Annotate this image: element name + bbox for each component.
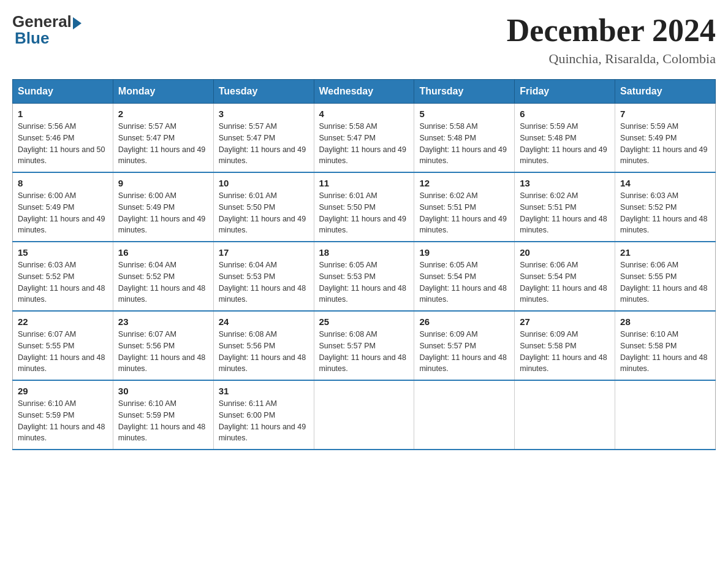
day-number: 28	[620, 316, 710, 327]
day-number: 27	[520, 316, 610, 327]
header-cell-thursday: Thursday	[414, 80, 515, 104]
day-info: Sunrise: 6:10 AMSunset: 5:59 PMDaylight:…	[118, 399, 205, 442]
header-cell-monday: Monday	[113, 80, 213, 104]
day-number: 12	[419, 178, 509, 188]
day-info: Sunrise: 6:10 AMSunset: 5:58 PMDaylight:…	[620, 330, 707, 373]
logo-arrow-icon	[73, 17, 82, 29]
day-cell: 25 Sunrise: 6:08 AMSunset: 5:57 PMDaylig…	[314, 311, 414, 380]
day-info: Sunrise: 6:04 AMSunset: 5:52 PMDaylight:…	[118, 261, 205, 304]
day-info: Sunrise: 6:08 AMSunset: 5:57 PMDaylight:…	[319, 330, 406, 373]
day-cell: 15 Sunrise: 6:03 AMSunset: 5:52 PMDaylig…	[13, 242, 113, 311]
header-cell-friday: Friday	[515, 80, 615, 104]
day-number: 3	[219, 109, 309, 119]
day-cell	[414, 380, 515, 450]
day-number: 1	[18, 109, 108, 119]
day-info: Sunrise: 6:11 AMSunset: 6:00 PMDaylight:…	[219, 399, 306, 442]
day-info: Sunrise: 6:07 AMSunset: 5:55 PMDaylight:…	[18, 330, 105, 373]
day-info: Sunrise: 6:03 AMSunset: 5:52 PMDaylight:…	[620, 191, 707, 234]
day-number: 2	[118, 109, 208, 119]
day-info: Sunrise: 6:02 AMSunset: 5:51 PMDaylight:…	[419, 191, 506, 234]
day-number: 4	[319, 109, 409, 119]
day-cell: 23 Sunrise: 6:07 AMSunset: 5:56 PMDaylig…	[113, 311, 213, 380]
day-cell: 24 Sunrise: 6:08 AMSunset: 5:56 PMDaylig…	[213, 311, 314, 380]
day-cell: 7 Sunrise: 5:59 AMSunset: 5:49 PMDayligh…	[615, 104, 716, 173]
week-row-1: 1 Sunrise: 5:56 AMSunset: 5:46 PMDayligh…	[13, 104, 716, 173]
day-number: 13	[520, 178, 610, 188]
day-cell: 16 Sunrise: 6:04 AMSunset: 5:52 PMDaylig…	[113, 242, 213, 311]
day-number: 29	[18, 386, 108, 396]
page-header: General Blue December 2024 Quinchia, Ris…	[12, 12, 716, 67]
day-number: 31	[219, 386, 309, 396]
day-cell: 1 Sunrise: 5:56 AMSunset: 5:46 PMDayligh…	[13, 104, 113, 173]
day-cell: 22 Sunrise: 6:07 AMSunset: 5:55 PMDaylig…	[13, 311, 113, 380]
day-cell: 30 Sunrise: 6:10 AMSunset: 5:59 PMDaylig…	[113, 380, 213, 450]
day-number: 16	[118, 247, 208, 258]
day-number: 26	[419, 316, 509, 327]
day-cell: 13 Sunrise: 6:02 AMSunset: 5:51 PMDaylig…	[515, 172, 615, 242]
day-number: 14	[620, 178, 710, 188]
calendar-body: 1 Sunrise: 5:56 AMSunset: 5:46 PMDayligh…	[13, 104, 716, 450]
day-info: Sunrise: 6:08 AMSunset: 5:56 PMDaylight:…	[219, 330, 306, 373]
calendar-header: SundayMondayTuesdayWednesdayThursdayFrid…	[13, 80, 716, 104]
day-info: Sunrise: 5:57 AMSunset: 5:47 PMDaylight:…	[118, 122, 205, 165]
day-cell: 3 Sunrise: 5:57 AMSunset: 5:47 PMDayligh…	[213, 104, 314, 173]
day-number: 8	[18, 178, 108, 188]
day-cell: 20 Sunrise: 6:06 AMSunset: 5:54 PMDaylig…	[515, 242, 615, 311]
day-info: Sunrise: 6:05 AMSunset: 5:54 PMDaylight:…	[419, 261, 506, 304]
day-number: 7	[620, 109, 710, 119]
day-number: 23	[118, 316, 208, 327]
day-cell	[615, 380, 716, 450]
week-row-5: 29 Sunrise: 6:10 AMSunset: 5:59 PMDaylig…	[13, 380, 716, 450]
header-cell-wednesday: Wednesday	[314, 80, 414, 104]
day-cell: 27 Sunrise: 6:09 AMSunset: 5:58 PMDaylig…	[515, 311, 615, 380]
day-cell: 19 Sunrise: 6:05 AMSunset: 5:54 PMDaylig…	[414, 242, 515, 311]
day-info: Sunrise: 5:57 AMSunset: 5:47 PMDaylight:…	[219, 122, 306, 165]
day-cell: 29 Sunrise: 6:10 AMSunset: 5:59 PMDaylig…	[13, 380, 113, 450]
day-number: 22	[18, 316, 108, 327]
day-cell: 31 Sunrise: 6:11 AMSunset: 6:00 PMDaylig…	[213, 380, 314, 450]
logo: General Blue	[12, 12, 82, 48]
week-row-2: 8 Sunrise: 6:00 AMSunset: 5:49 PMDayligh…	[13, 172, 716, 242]
header-cell-saturday: Saturday	[615, 80, 716, 104]
day-info: Sunrise: 5:58 AMSunset: 5:47 PMDaylight:…	[319, 122, 406, 165]
header-cell-tuesday: Tuesday	[213, 80, 314, 104]
day-info: Sunrise: 5:59 AMSunset: 5:49 PMDaylight:…	[620, 122, 707, 165]
day-number: 6	[520, 109, 610, 119]
day-cell: 28 Sunrise: 6:10 AMSunset: 5:58 PMDaylig…	[615, 311, 716, 380]
day-cell: 5 Sunrise: 5:58 AMSunset: 5:48 PMDayligh…	[414, 104, 515, 173]
day-number: 19	[419, 247, 509, 258]
calendar-table: SundayMondayTuesdayWednesdayThursdayFrid…	[12, 79, 716, 450]
week-row-3: 15 Sunrise: 6:03 AMSunset: 5:52 PMDaylig…	[13, 242, 716, 311]
day-cell: 4 Sunrise: 5:58 AMSunset: 5:47 PMDayligh…	[314, 104, 414, 173]
day-number: 11	[319, 178, 409, 188]
calendar-title: December 2024	[507, 12, 716, 48]
day-number: 15	[18, 247, 108, 258]
day-info: Sunrise: 6:06 AMSunset: 5:55 PMDaylight:…	[620, 261, 707, 304]
day-info: Sunrise: 6:04 AMSunset: 5:53 PMDaylight:…	[219, 261, 306, 304]
logo-blue-text: Blue	[15, 29, 49, 48]
day-cell: 14 Sunrise: 6:03 AMSunset: 5:52 PMDaylig…	[615, 172, 716, 242]
day-cell: 11 Sunrise: 6:01 AMSunset: 5:50 PMDaylig…	[314, 172, 414, 242]
day-number: 24	[219, 316, 309, 327]
header-cell-sunday: Sunday	[13, 80, 113, 104]
day-info: Sunrise: 5:56 AMSunset: 5:46 PMDaylight:…	[18, 122, 105, 165]
day-cell: 6 Sunrise: 5:59 AMSunset: 5:48 PMDayligh…	[515, 104, 615, 173]
day-number: 9	[118, 178, 208, 188]
day-cell	[314, 380, 414, 450]
day-number: 5	[419, 109, 509, 119]
day-number: 20	[520, 247, 610, 258]
day-cell: 8 Sunrise: 6:00 AMSunset: 5:49 PMDayligh…	[13, 172, 113, 242]
day-cell: 17 Sunrise: 6:04 AMSunset: 5:53 PMDaylig…	[213, 242, 314, 311]
day-info: Sunrise: 6:01 AMSunset: 5:50 PMDaylight:…	[319, 191, 406, 234]
day-cell: 12 Sunrise: 6:02 AMSunset: 5:51 PMDaylig…	[414, 172, 515, 242]
day-info: Sunrise: 6:00 AMSunset: 5:49 PMDaylight:…	[118, 191, 205, 234]
day-info: Sunrise: 6:09 AMSunset: 5:57 PMDaylight:…	[419, 330, 506, 373]
day-info: Sunrise: 6:05 AMSunset: 5:53 PMDaylight:…	[319, 261, 406, 304]
day-number: 25	[319, 316, 409, 327]
day-info: Sunrise: 6:02 AMSunset: 5:51 PMDaylight:…	[520, 191, 607, 234]
day-cell: 21 Sunrise: 6:06 AMSunset: 5:55 PMDaylig…	[615, 242, 716, 311]
day-info: Sunrise: 5:59 AMSunset: 5:48 PMDaylight:…	[520, 122, 607, 165]
title-block: December 2024 Quinchia, Risaralda, Colom…	[507, 12, 716, 67]
day-info: Sunrise: 6:01 AMSunset: 5:50 PMDaylight:…	[219, 191, 306, 234]
day-cell: 18 Sunrise: 6:05 AMSunset: 5:53 PMDaylig…	[314, 242, 414, 311]
